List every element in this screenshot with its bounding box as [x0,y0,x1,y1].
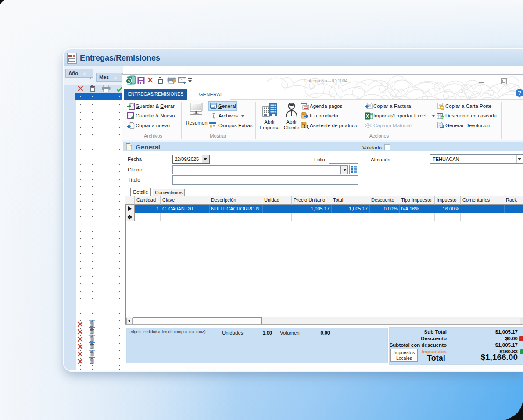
svg-text:$: $ [128,79,130,83]
svg-text:X: X [366,114,369,119]
svg-text:%: % [441,116,444,120]
